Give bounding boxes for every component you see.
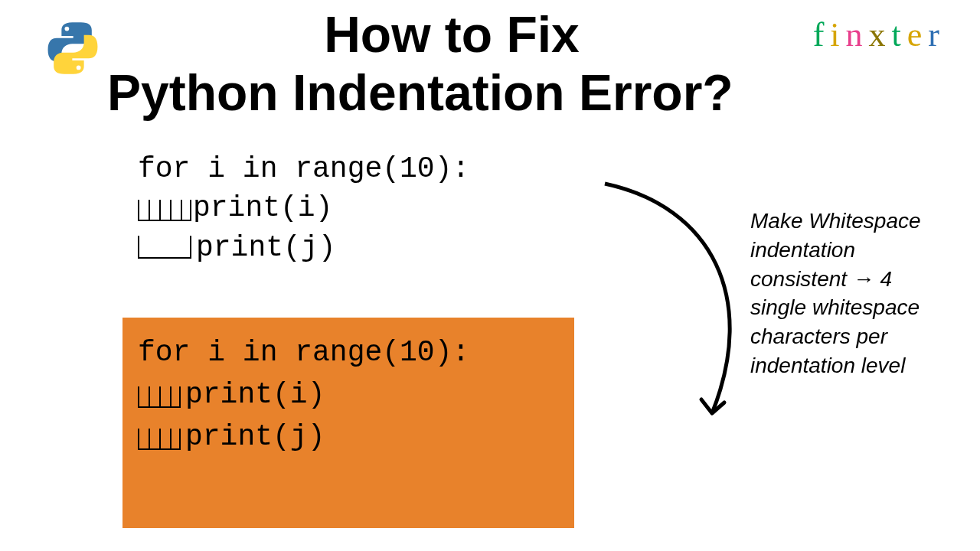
title-line-1: How to Fix bbox=[107, 6, 796, 64]
code-line: for i in range(10): bbox=[138, 331, 559, 373]
tab-whitespace-icon bbox=[138, 236, 191, 259]
code-text: print(j) bbox=[185, 416, 325, 458]
code-text: for i in range(10): bbox=[138, 149, 469, 188]
whitespace-marks-5-icon bbox=[138, 195, 191, 221]
slide-title: How to Fix Python Indentation Error? bbox=[107, 6, 796, 122]
svg-point-1 bbox=[77, 66, 81, 70]
code-text: print(i) bbox=[185, 373, 325, 416]
code-line: print(j) bbox=[138, 416, 559, 458]
code-line: print(i) bbox=[138, 373, 559, 416]
code-line: for i in range(10): bbox=[138, 149, 469, 188]
code-line: print(j) bbox=[138, 228, 469, 267]
code-block-fixed: for i in range(10): print(i) print(j) bbox=[122, 318, 574, 528]
whitespace-marks-4-icon bbox=[138, 424, 181, 450]
code-line: print(i) bbox=[138, 188, 469, 227]
python-logo-icon bbox=[46, 21, 100, 75]
whitespace-marks-4-icon bbox=[138, 382, 181, 408]
code-text: print(j) bbox=[196, 228, 335, 267]
code-text: for i in range(10): bbox=[138, 331, 469, 373]
finxter-logo: finxter bbox=[813, 15, 946, 54]
tip-text: Make Whitespace indentation consistent →… bbox=[750, 209, 921, 377]
title-line-2: Python Indentation Error? bbox=[107, 64, 796, 122]
tip-annotation: Make Whitespace indentation consistent →… bbox=[750, 207, 949, 380]
code-block-incorrect: for i in range(10): print(i) print(j) bbox=[138, 149, 469, 267]
code-text: print(i) bbox=[193, 188, 332, 227]
svg-point-0 bbox=[65, 27, 70, 31]
